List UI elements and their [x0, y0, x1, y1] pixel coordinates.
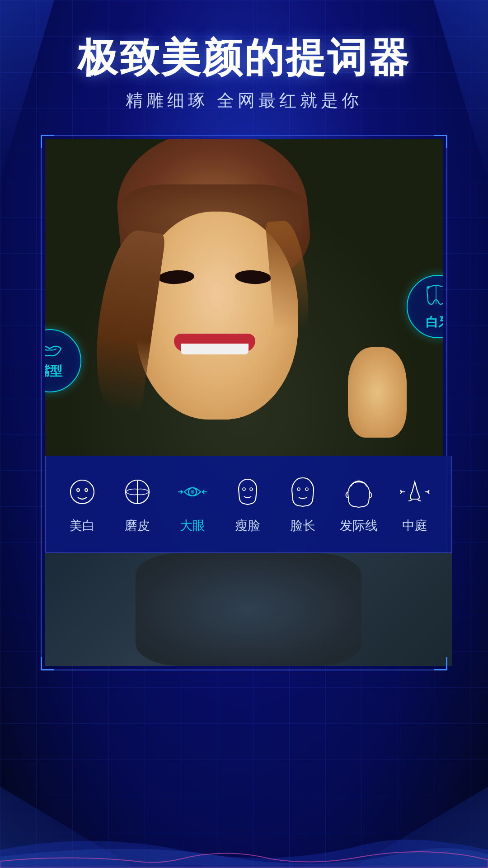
tool-lianzhang-label: 脸长	[290, 517, 315, 534]
tool-shoupa[interactable]: 瘦脸	[230, 474, 266, 534]
svg-point-14	[297, 488, 300, 491]
svg-text:✦: ✦	[426, 284, 431, 291]
tool-mopi-label: 磨皮	[125, 517, 150, 534]
frame-corner-tl	[41, 135, 54, 148]
tool-meibai[interactable]: 美白	[64, 474, 100, 534]
lips-icon	[45, 342, 63, 360]
mopi-icon	[119, 474, 155, 510]
tools-panel: 美白 磨皮	[45, 456, 452, 553]
tool-dayan[interactable]: 大眼	[174, 474, 211, 534]
eye-icon	[174, 474, 211, 510]
tool-zhongjing[interactable]: 中庭	[397, 474, 433, 534]
tool-meibai-label: 美白	[70, 517, 95, 534]
teeth-shape	[181, 344, 249, 354]
svg-point-12	[243, 488, 245, 491]
mouth-feature-label: 嘴型	[45, 363, 62, 380]
page-subtitle: 精雕细琢 全网最红就是你	[126, 89, 363, 112]
slim-face-icon	[230, 474, 266, 510]
frame-corner-br	[434, 657, 447, 670]
svg-point-11	[191, 490, 194, 494]
page-title: 极致美颜的提词器	[78, 36, 410, 80]
hand-shape	[348, 347, 407, 438]
nose-icon	[397, 474, 433, 510]
tool-fajixian-label: 发际线	[340, 517, 378, 534]
svg-point-3	[70, 480, 94, 504]
tool-fajixian[interactable]: 发际线	[340, 474, 378, 534]
tool-dayan-label: 大眼	[180, 517, 205, 534]
svg-point-4	[77, 489, 80, 491]
image-frame-container: 嘴型 ✦ ✦	[41, 135, 447, 670]
teeth-icon: ✦ ✦	[425, 282, 443, 311]
face-icon	[64, 474, 100, 510]
svg-point-5	[85, 489, 88, 491]
tool-mopi[interactable]: 磨皮	[119, 474, 155, 534]
face-length-icon	[285, 474, 321, 510]
bottom-photo-strip	[45, 553, 452, 666]
tool-zhongjing-label: 中庭	[402, 517, 427, 534]
svg-point-13	[250, 488, 253, 491]
main-photo: 嘴型 ✦ ✦	[45, 139, 443, 456]
body-lower-shape	[136, 553, 361, 666]
tool-shoupa-label: 瘦脸	[235, 517, 260, 534]
tools-row: 美白 磨皮	[55, 474, 442, 534]
frame-corner-bl	[41, 657, 54, 670]
hairline-icon	[341, 474, 377, 510]
teeth-feature-label: 白牙	[426, 314, 443, 331]
image-frame-outer: 嘴型 ✦ ✦	[41, 135, 447, 670]
frame-corner-tr	[434, 135, 447, 148]
svg-point-15	[305, 488, 308, 491]
tool-lianzhang[interactable]: 脸长	[285, 474, 321, 534]
bottom-wave	[0, 823, 488, 868]
